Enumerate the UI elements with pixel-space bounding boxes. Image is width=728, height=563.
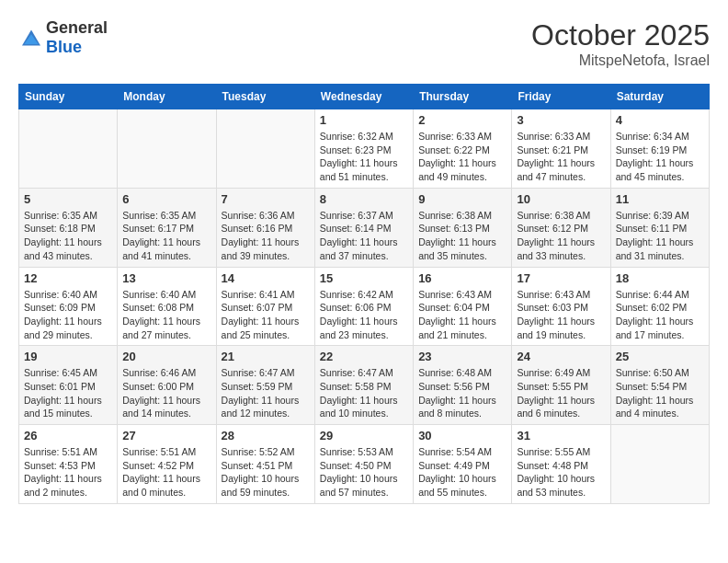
week-row-5: 26Sunrise: 5:51 AMSunset: 4:53 PMDayligh…: [19, 425, 710, 504]
calendar-cell: 26Sunrise: 5:51 AMSunset: 4:53 PMDayligh…: [19, 425, 118, 504]
calendar-cell: 22Sunrise: 6:47 AMSunset: 5:58 PMDayligh…: [314, 346, 413, 425]
calendar-cell: 16Sunrise: 6:43 AMSunset: 6:04 PMDayligh…: [414, 267, 512, 346]
week-row-4: 19Sunrise: 6:45 AMSunset: 6:01 PMDayligh…: [19, 346, 710, 425]
weekday-header-row: SundayMondayTuesdayWednesdayThursdayFrid…: [19, 85, 710, 109]
cell-day-number: 4: [616, 113, 704, 127]
cell-day-number: 12: [24, 271, 112, 285]
calendar-cell: 13Sunrise: 6:40 AMSunset: 6:08 PMDayligh…: [118, 267, 216, 346]
cell-info: Sunrise: 6:32 AMSunset: 6:23 PMDaylight:…: [320, 130, 408, 184]
calendar-cell: 10Sunrise: 6:38 AMSunset: 6:12 PMDayligh…: [512, 188, 610, 267]
calendar-cell: 2Sunrise: 6:33 AMSunset: 6:22 PMDaylight…: [414, 109, 512, 189]
calendar-cell: 6Sunrise: 6:35 AMSunset: 6:17 PMDaylight…: [118, 188, 216, 267]
calendar-cell: 31Sunrise: 5:55 AMSunset: 4:48 PMDayligh…: [512, 425, 610, 504]
cell-day-number: 19: [24, 350, 112, 363]
cell-day-number: 5: [24, 192, 112, 206]
cell-day-number: 14: [222, 271, 310, 285]
cell-info: Sunrise: 6:44 AMSunset: 6:02 PMDaylight:…: [616, 288, 704, 342]
calendar-cell: 20Sunrise: 6:46 AMSunset: 6:00 PMDayligh…: [118, 346, 216, 425]
cell-day-number: 25: [616, 350, 704, 363]
cell-info: Sunrise: 6:40 AMSunset: 6:09 PMDaylight:…: [24, 288, 112, 342]
cell-day-number: 2: [418, 113, 506, 127]
logo-blue: Blue: [46, 38, 82, 56]
weekday-header-thursday: Thursday: [414, 85, 512, 109]
calendar-cell: 19Sunrise: 6:45 AMSunset: 6:01 PMDayligh…: [19, 346, 118, 425]
cell-day-number: 13: [122, 271, 210, 285]
calendar-cell: 14Sunrise: 6:41 AMSunset: 6:07 PMDayligh…: [216, 267, 314, 346]
cell-info: Sunrise: 6:45 AMSunset: 6:01 PMDaylight:…: [24, 366, 112, 420]
logo-general: General: [46, 18, 108, 37]
cell-day-number: 23: [418, 350, 506, 363]
week-row-2: 5Sunrise: 6:35 AMSunset: 6:18 PMDaylight…: [19, 188, 710, 267]
cell-info: Sunrise: 5:53 AMSunset: 4:50 PMDaylight:…: [320, 445, 408, 500]
logo-icon: [20, 29, 42, 47]
cell-info: Sunrise: 5:55 AMSunset: 4:48 PMDaylight:…: [517, 445, 605, 500]
calendar-cell: 11Sunrise: 6:39 AMSunset: 6:11 PMDayligh…: [610, 188, 709, 267]
cell-day-number: 20: [122, 350, 210, 363]
calendar-cell: 25Sunrise: 6:50 AMSunset: 5:54 PMDayligh…: [610, 346, 709, 425]
page-header: General Blue October 2025 MitspeNetofa, …: [18, 18, 710, 69]
weekday-header-wednesday: Wednesday: [314, 85, 413, 109]
calendar-cell: 8Sunrise: 6:37 AMSunset: 6:14 PMDaylight…: [314, 188, 413, 267]
cell-info: Sunrise: 6:39 AMSunset: 6:11 PMDaylight:…: [616, 209, 704, 263]
weekday-header-sunday: Sunday: [19, 85, 118, 109]
calendar-cell: 18Sunrise: 6:44 AMSunset: 6:02 PMDayligh…: [610, 267, 709, 346]
week-row-1: 1Sunrise: 6:32 AMSunset: 6:23 PMDaylight…: [19, 109, 710, 189]
calendar-cell: 23Sunrise: 6:48 AMSunset: 5:56 PMDayligh…: [414, 346, 512, 425]
weekday-header-tuesday: Tuesday: [216, 85, 314, 109]
calendar-cell: 15Sunrise: 6:42 AMSunset: 6:06 PMDayligh…: [314, 267, 413, 346]
calendar-cell: 30Sunrise: 5:54 AMSunset: 4:49 PMDayligh…: [414, 425, 512, 504]
cell-day-number: 3: [517, 113, 605, 127]
cell-info: Sunrise: 6:46 AMSunset: 6:00 PMDaylight:…: [122, 366, 210, 420]
calendar-cell: [216, 109, 314, 189]
weekday-header-monday: Monday: [118, 85, 216, 109]
cell-info: Sunrise: 6:34 AMSunset: 6:19 PMDaylight:…: [616, 130, 704, 184]
cell-day-number: 6: [122, 192, 210, 206]
cell-day-number: 26: [24, 429, 112, 442]
calendar-cell: 9Sunrise: 6:38 AMSunset: 6:13 PMDaylight…: [414, 188, 512, 267]
cell-info: Sunrise: 6:35 AMSunset: 6:18 PMDaylight:…: [24, 209, 112, 263]
cell-info: Sunrise: 6:42 AMSunset: 6:06 PMDaylight:…: [320, 288, 408, 342]
calendar-cell: 17Sunrise: 6:43 AMSunset: 6:03 PMDayligh…: [512, 267, 610, 346]
weekday-header-saturday: Saturday: [610, 85, 709, 109]
cell-info: Sunrise: 5:51 AMSunset: 4:53 PMDaylight:…: [24, 445, 112, 500]
calendar-cell: 3Sunrise: 6:33 AMSunset: 6:21 PMDaylight…: [512, 109, 610, 189]
cell-day-number: 30: [418, 429, 506, 442]
cell-day-number: 16: [418, 271, 506, 285]
cell-info: Sunrise: 5:51 AMSunset: 4:52 PMDaylight:…: [122, 445, 210, 500]
cell-day-number: 27: [122, 429, 210, 442]
cell-info: Sunrise: 6:41 AMSunset: 6:07 PMDaylight:…: [222, 288, 310, 342]
calendar-cell: 4Sunrise: 6:34 AMSunset: 6:19 PMDaylight…: [610, 109, 709, 189]
calendar-cell: 27Sunrise: 5:51 AMSunset: 4:52 PMDayligh…: [118, 425, 216, 504]
calendar-cell: 12Sunrise: 6:40 AMSunset: 6:09 PMDayligh…: [19, 267, 118, 346]
logo: General Blue: [18, 18, 108, 57]
calendar-cell: 5Sunrise: 6:35 AMSunset: 6:18 PMDaylight…: [19, 188, 118, 267]
cell-day-number: 21: [222, 350, 310, 363]
cell-info: Sunrise: 5:52 AMSunset: 4:51 PMDaylight:…: [222, 445, 310, 500]
cell-day-number: 22: [320, 350, 408, 363]
calendar-cell: [19, 109, 118, 189]
calendar-cell: 1Sunrise: 6:32 AMSunset: 6:23 PMDaylight…: [314, 109, 413, 189]
cell-day-number: 11: [616, 192, 704, 206]
cell-day-number: 17: [517, 271, 605, 285]
cell-info: Sunrise: 6:35 AMSunset: 6:17 PMDaylight:…: [122, 209, 210, 263]
cell-day-number: 29: [320, 429, 408, 442]
cell-info: Sunrise: 6:36 AMSunset: 6:16 PMDaylight:…: [222, 209, 310, 263]
logo-text: General Blue: [46, 18, 108, 57]
cell-info: Sunrise: 6:38 AMSunset: 6:13 PMDaylight:…: [418, 209, 506, 263]
cell-info: Sunrise: 6:49 AMSunset: 5:55 PMDaylight:…: [517, 366, 605, 420]
cell-info: Sunrise: 6:43 AMSunset: 6:03 PMDaylight:…: [517, 288, 605, 342]
cell-info: Sunrise: 6:47 AMSunset: 5:58 PMDaylight:…: [320, 366, 408, 420]
calendar-cell: 21Sunrise: 6:47 AMSunset: 5:59 PMDayligh…: [216, 346, 314, 425]
cell-info: Sunrise: 6:43 AMSunset: 6:04 PMDaylight:…: [418, 288, 506, 342]
cell-day-number: 8: [320, 192, 408, 206]
cell-day-number: 7: [222, 192, 310, 206]
cell-info: Sunrise: 6:40 AMSunset: 6:08 PMDaylight:…: [122, 288, 210, 342]
calendar-cell: 24Sunrise: 6:49 AMSunset: 5:55 PMDayligh…: [512, 346, 610, 425]
cell-info: Sunrise: 6:47 AMSunset: 5:59 PMDaylight:…: [222, 366, 310, 420]
cell-info: Sunrise: 6:50 AMSunset: 5:54 PMDaylight:…: [616, 366, 704, 420]
month-title: October 2025: [531, 18, 710, 52]
calendar-table: SundayMondayTuesdayWednesdayThursdayFrid…: [18, 84, 710, 504]
cell-info: Sunrise: 6:33 AMSunset: 6:21 PMDaylight:…: [517, 130, 605, 184]
cell-info: Sunrise: 6:33 AMSunset: 6:22 PMDaylight:…: [418, 130, 506, 184]
calendar-cell: [610, 425, 709, 504]
